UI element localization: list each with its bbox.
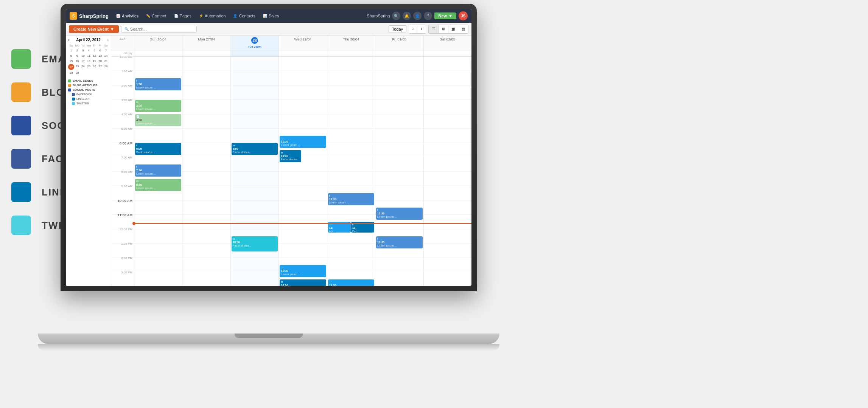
cell-thu-2am[interactable] [327,85,375,99]
mini-cal-next[interactable]: › [107,38,109,42]
event-wed-1130a[interactable]: 🐦 11:30 Lorem ipsum ... [280,136,326,148]
cell-mon-5am[interactable] [182,129,230,143]
help-icon-btn[interactable]: ? [424,12,432,20]
mini-cal-day-6[interactable]: 6 [98,48,103,53]
event-sun-300[interactable]: ✉ 3:00 Lorem ipsum ... [135,100,181,112]
cell-sun-1pm[interactable] [134,244,182,258]
event-tue-600[interactable]: in 6:00 Facto stratus... [232,143,278,155]
mini-cal-day-18[interactable]: 18 [86,59,91,64]
cell-tue-12pm[interactable]: in 10:00 Facto stratus... [230,229,278,243]
cell-wed-2pm[interactable]: 🐦 11:30 Lorem ipsum ... [278,258,327,272]
mini-cal-day-23[interactable]: 23 [75,64,80,70]
cell-sat-12am[interactable] [423,57,471,71]
mini-cal-day-10[interactable]: 10 [80,53,86,58]
cell-sun-7am[interactable]: f 7:30 Lorem ipsum ... [134,157,182,171]
cell-thu-10am[interactable]: f 11:30 Lorem ipsum ... [327,200,375,214]
cell-fri-5am[interactable] [375,129,423,143]
mini-cal-day-14[interactable]: 14 [103,53,109,58]
cell-sun-5am[interactable] [134,129,182,143]
cell-sun-12am[interactable] [134,57,182,71]
event-tue-1000pm[interactable]: in 10:00 Facto stratus... [232,236,278,251]
mini-cal-day-3[interactable]: 3 [80,48,86,53]
notifications-icon-btn[interactable]: 🔔 [403,12,411,20]
cell-wed-9am[interactable] [278,186,327,200]
cell-sat-9am[interactable] [423,186,471,200]
event-wed-1130c[interactable]: 🐦 11:30 Lorem ipsum ... [280,265,326,277]
today-button[interactable]: Today [389,25,406,33]
mini-cal-day-17[interactable]: 17 [80,59,86,64]
cell-thu-6am[interactable] [327,143,375,157]
cell-sat-12pm[interactable] [423,229,471,243]
view-day-button[interactable]: ▤ [458,25,468,33]
cell-fri-4am[interactable] [375,114,423,128]
cell-mon-12pm[interactable] [182,229,230,243]
mini-cal-day-27[interactable]: 27 [98,64,103,70]
cell-sun-3am[interactable]: ✉ 3:00 Lorem ipsum ... [134,100,182,114]
next-arrow-button[interactable]: › [417,25,426,33]
cell-thu-5am[interactable] [327,129,375,143]
cell-fri-7am[interactable] [375,157,423,171]
cell-sat-3pm[interactable] [423,272,471,286]
cell-sun-6am[interactable]: in 6:00 Facto stratus... [134,143,182,157]
cell-sat-5am[interactable] [423,129,471,143]
cell-thu-3pm[interactable]: 🐦 11:30 Lorem ipsum ... [327,272,375,286]
cell-wed-3am[interactable] [278,100,327,114]
search-box[interactable]: 🔍 [121,26,197,33]
cell-tue-1am[interactable] [230,71,278,85]
mini-cal-day-15[interactable]: 15 [68,59,74,64]
cell-sat-8am[interactable] [423,172,471,186]
mini-cal-day-16[interactable]: 16 [75,59,80,64]
mini-cal-day-25[interactable]: 25 [86,64,91,70]
mini-cal-day-20[interactable]: 20 [98,59,103,64]
create-event-button[interactable]: Create New Event ▼ [69,25,119,33]
mini-cal-prev[interactable]: ‹ [68,38,69,42]
cell-tue-3am[interactable] [230,100,278,114]
mini-cal-day-26[interactable]: 26 [92,64,97,70]
cell-sun-2am[interactable]: f 1:30 Lorem ipsum ... [134,85,182,99]
cell-mon-2am[interactable] [182,85,230,99]
cell-sat-1am[interactable] [423,71,471,85]
cell-tue-2pm[interactable] [230,258,278,272]
mini-cal-day-5[interactable]: 5 [92,48,97,53]
cell-mon-11am[interactable] [182,215,230,229]
cell-tue-8am[interactable] [230,172,278,186]
cell-wed-12pm[interactable] [278,229,327,243]
cell-tue-4am[interactable] [230,114,278,128]
event-sun-400[interactable]: 📄 4:00 Lorem ipsum ... [135,114,181,126]
cell-mon-10am[interactable] [182,200,230,214]
mini-cal-day-29[interactable]: 29 [68,70,74,75]
event-sun-830[interactable]: ✉ 8:30 Lorem ipsum ... [135,179,181,191]
cell-wed-2am[interactable] [278,85,327,99]
cell-wed-4am[interactable] [278,114,327,128]
mini-cal-day-28[interactable]: 28 [103,64,109,70]
event-wed-1000[interactable]: in 10:00 Facto stratus... [280,150,301,162]
nav-item-content[interactable]: ✏️ Content [143,12,170,20]
new-button[interactable]: New ▼ [434,12,456,19]
mini-cal-day-1[interactable]: 1 [68,48,74,53]
cell-tue-3pm[interactable] [230,272,278,286]
cell-tue-9am[interactable] [230,186,278,200]
mini-cal-day-21[interactable]: 21 [103,59,109,64]
mini-cal-day-30[interactable]: 30 [75,70,80,75]
cell-sun-11am[interactable] [134,215,182,229]
view-list-button[interactable]: ☰ [429,25,439,33]
event-wed-1000c[interactable]: in 10:00 Facto stratus... [280,279,326,286]
cell-fri-3pm[interactable] [375,272,423,286]
cell-tue-7am[interactable] [230,157,278,171]
cell-mon-8am[interactable] [182,172,230,186]
cell-thu-2pm[interactable] [327,258,375,272]
cell-thu-3am[interactable] [327,100,375,114]
event-fri-1130pm[interactable]: f 11:30 Lorem ipsum ... [376,236,422,248]
mini-cal-day-24[interactable]: 24 [80,64,86,70]
cell-mon-1am[interactable] [182,71,230,85]
mini-cal-day-7[interactable]: 7 [103,48,109,53]
cell-sat-1pm[interactable] [423,244,471,258]
search-input[interactable] [130,27,193,31]
cell-thu-1pm[interactable] [327,244,375,258]
view-month-button[interactable]: ▦ [448,25,458,33]
user-icon-btn[interactable]: 👤 [413,12,422,20]
mini-cal-day-11[interactable]: 11 [86,53,91,58]
nav-item-pages[interactable]: 📄 Pages [171,12,194,20]
prev-arrow-button[interactable]: ‹ [409,25,417,33]
event-fri-1130[interactable]: f 11:30 Lorem ipsum ... [376,208,422,220]
